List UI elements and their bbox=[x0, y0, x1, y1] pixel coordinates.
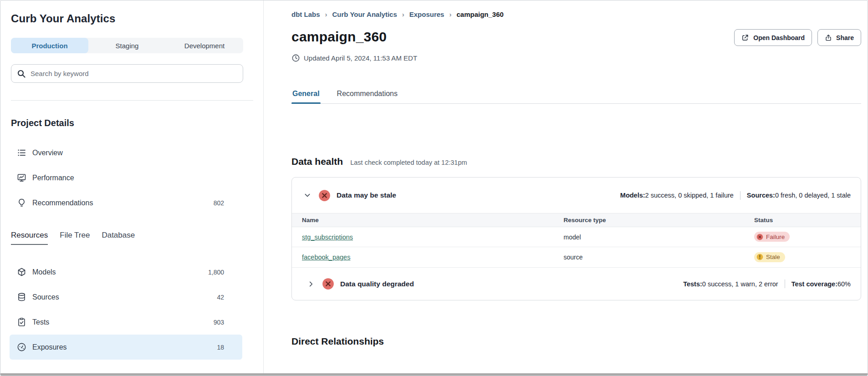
breadcrumb-current: campaign_360 bbox=[456, 10, 503, 18]
lightbulb-icon bbox=[17, 198, 26, 208]
sidebar-item-label: Performance bbox=[32, 174, 74, 182]
share-icon bbox=[825, 34, 832, 41]
sidebar-divider bbox=[11, 100, 253, 101]
sidebar-item-count: 42 bbox=[217, 294, 224, 301]
env-tab-production[interactable]: Production bbox=[11, 38, 88, 53]
search-input[interactable] bbox=[31, 70, 237, 77]
gauge-icon bbox=[17, 342, 26, 352]
updated-timestamp: Updated April 5, 2024, 11:53 AM EDT bbox=[304, 54, 417, 62]
sidebar-item-overview[interactable]: Overview bbox=[10, 140, 242, 165]
resources-nav: Models 1,800 Sources 42 bbox=[11, 259, 253, 360]
cube-icon bbox=[17, 267, 26, 277]
sidebar-item-tests[interactable]: Tests 903 bbox=[10, 310, 242, 335]
open-dashboard-label: Open Dashboard bbox=[753, 34, 805, 41]
updated-row: Updated April 5, 2024, 11:53 AM EDT bbox=[291, 54, 861, 62]
resource-link-facebook-pages[interactable]: facebook_pages bbox=[302, 254, 350, 261]
project-details-heading: Project Details bbox=[11, 118, 253, 128]
table-header-row: Name Resource type Status bbox=[292, 213, 861, 227]
sidebar-item-performance[interactable]: Performance bbox=[10, 165, 242, 190]
app-window: Curb Your Analytics Production Staging D… bbox=[0, 0, 868, 376]
breadcrumb-link-project[interactable]: Curb Your Analytics bbox=[332, 10, 397, 18]
breadcrumb-link-dbt-labs[interactable]: dbt Labs bbox=[291, 10, 320, 18]
data-health-table: Name Resource type Status stg_subscripti… bbox=[292, 213, 861, 267]
error-circle-icon bbox=[318, 189, 331, 202]
section-title: Data quality degraded bbox=[340, 280, 414, 288]
sidebar-item-models[interactable]: Models 1,800 bbox=[10, 259, 242, 285]
tab-database[interactable]: Database bbox=[102, 231, 135, 245]
title-row: campaign_360 Open Dashboard bbox=[291, 29, 861, 46]
resource-type: source bbox=[554, 254, 744, 261]
sidebar-item-exposures[interactable]: Exposures 18 bbox=[10, 335, 242, 360]
meta-divider bbox=[740, 191, 740, 200]
sidebar-item-label: Tests bbox=[32, 318, 49, 326]
section-meta: Tests 0 success, 1 warn, 2 error Test co… bbox=[683, 279, 851, 288]
sidebar-item-recommendations[interactable]: Recommendations 802 bbox=[10, 190, 242, 215]
sidebar-item-label: Exposures bbox=[32, 343, 67, 351]
resource-type: model bbox=[554, 234, 744, 241]
performance-chart-icon bbox=[17, 173, 26, 183]
list-icon bbox=[17, 148, 26, 158]
status-badge-failure: Failure bbox=[754, 232, 790, 242]
meta-label: Models bbox=[620, 192, 645, 199]
database-icon bbox=[17, 292, 26, 302]
meta-value: 60% bbox=[837, 280, 851, 288]
share-label: Share bbox=[836, 34, 854, 41]
meta-value: 0 success, 1 warn, 2 error bbox=[702, 280, 778, 288]
error-circle-icon bbox=[756, 234, 763, 240]
resource-link-stg-subscriptions[interactable]: stg_subscriptions bbox=[302, 234, 353, 241]
window-bottom-edge bbox=[0, 373, 868, 376]
status-badge-label: Stale bbox=[766, 254, 780, 260]
meta-divider bbox=[785, 279, 785, 288]
chevron-right-icon bbox=[449, 10, 451, 18]
sidebar-item-count: 1,800 bbox=[208, 269, 224, 276]
search-icon bbox=[17, 69, 26, 78]
main-tabs: General Recommendations bbox=[291, 90, 861, 104]
share-button[interactable]: Share bbox=[817, 29, 861, 46]
sidebar-item-label: Overview bbox=[32, 149, 63, 157]
sidebar-item-label: Recommendations bbox=[32, 199, 93, 207]
column-header-resource-type: Resource type bbox=[554, 217, 744, 224]
breadcrumb-link-exposures[interactable]: Exposures bbox=[409, 10, 444, 18]
project-name-title: Curb Your Analytics bbox=[11, 12, 253, 25]
section-data-quality-degraded: Data quality degraded Tests 0 success, 1… bbox=[292, 267, 861, 300]
tab-recommendations[interactable]: Recommendations bbox=[336, 90, 398, 103]
page-title: campaign_360 bbox=[291, 29, 387, 45]
tab-general[interactable]: General bbox=[291, 90, 321, 103]
tab-file-tree[interactable]: File Tree bbox=[60, 231, 90, 245]
section-data-may-be-stale: Data may be stale Models 2 success, 0 sk… bbox=[292, 178, 861, 213]
chevron-right-icon bbox=[325, 10, 327, 18]
tab-resources[interactable]: Resources bbox=[11, 231, 48, 245]
clipboard-check-icon bbox=[17, 317, 26, 327]
column-header-name: Name bbox=[292, 217, 554, 224]
section-meta: Models 2 success, 0 skipped, 1 failure S… bbox=[620, 191, 851, 200]
chevron-down-icon[interactable] bbox=[302, 190, 313, 201]
data-health-heading-row: Data health Last check completed today a… bbox=[291, 156, 861, 167]
meta-label: Sources bbox=[747, 192, 775, 199]
clock-icon bbox=[291, 54, 300, 62]
breadcrumb: dbt Labs Curb Your Analytics Exposures c… bbox=[291, 10, 861, 18]
env-tab-development[interactable]: Development bbox=[166, 38, 243, 53]
status-badge-stale: Stale bbox=[754, 252, 785, 262]
resource-browser-tabs: Resources File Tree Database bbox=[11, 231, 253, 245]
table-row: facebook_pages source Stale bbox=[292, 247, 861, 267]
last-check-text: Last check completed today at 12:31pm bbox=[350, 159, 467, 166]
open-dashboard-button[interactable]: Open Dashboard bbox=[734, 29, 812, 46]
chevron-right-icon[interactable] bbox=[306, 279, 317, 290]
chevron-right-icon bbox=[402, 10, 404, 18]
section-title: Data may be stale bbox=[337, 191, 396, 199]
external-link-icon bbox=[741, 34, 749, 41]
meta-label: Tests bbox=[683, 280, 702, 288]
env-tab-staging[interactable]: Staging bbox=[88, 38, 166, 53]
sidebar-item-label: Models bbox=[32, 268, 56, 276]
data-health-heading: Data health bbox=[291, 156, 343, 167]
page-actions: Open Dashboard Share bbox=[734, 29, 861, 46]
sidebar-item-sources[interactable]: Sources 42 bbox=[10, 285, 242, 310]
error-circle-icon bbox=[322, 278, 334, 290]
data-health-card: Data may be stale Models 2 success, 0 sk… bbox=[291, 177, 861, 300]
sidebar-item-count: 802 bbox=[214, 199, 224, 207]
meta-label: Test coverage bbox=[791, 280, 837, 288]
sidebar: Curb Your Analytics Production Staging D… bbox=[0, 0, 264, 376]
search-box[interactable] bbox=[11, 64, 243, 83]
meta-value: 0 fresh, 0 delayed, 1 stale bbox=[775, 192, 851, 199]
status-badge-label: Failure bbox=[766, 234, 785, 240]
